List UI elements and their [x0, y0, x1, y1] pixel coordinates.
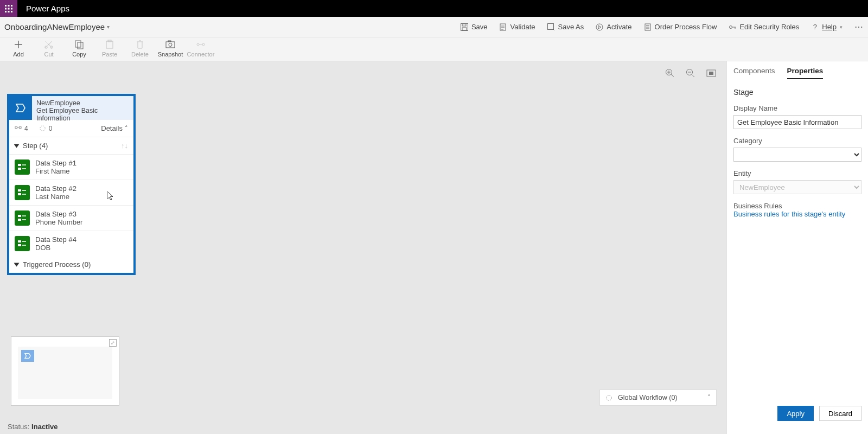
svg-rect-19 — [75, 41, 81, 47]
display-name-label: Display Name — [733, 104, 861, 112]
activate-button[interactable]: Activate — [596, 23, 631, 31]
svg-point-14 — [596, 24, 603, 30]
svg-rect-0 — [5, 5, 7, 7]
entity-label: Entity — [733, 169, 861, 177]
triggered-process-section-header[interactable]: Triggered Process (0) — [9, 256, 133, 273]
validate-icon — [500, 23, 507, 31]
svg-rect-20 — [78, 42, 83, 49]
cut-button: Cut — [34, 40, 64, 58]
business-rules-label: Business Rules — [733, 202, 861, 210]
svg-rect-2 — [11, 5, 12, 7]
discard-button[interactable]: Discard — [819, 406, 861, 421]
svg-rect-4 — [8, 8, 10, 9]
add-button[interactable]: Add — [3, 40, 34, 58]
svg-rect-21 — [106, 41, 113, 48]
copy-icon — [74, 40, 84, 49]
workflow-icon — [605, 394, 612, 401]
svg-rect-35 — [18, 164, 21, 166]
tab-properties[interactable]: Properties — [787, 67, 824, 79]
svg-rect-38 — [18, 193, 21, 195]
step-row[interactable]: Data Step #2 Last Name — [9, 180, 133, 206]
steps-section-header[interactable]: Step (4) ↑↓ — [9, 137, 133, 155]
data-step-icon — [15, 159, 30, 175]
more-actions[interactable]: ⋯ — [854, 22, 864, 32]
paste-icon — [105, 40, 114, 49]
svg-rect-36 — [18, 168, 21, 170]
category-select[interactable] — [733, 148, 861, 162]
svg-rect-37 — [18, 189, 21, 192]
svg-rect-33 — [19, 127, 21, 129]
stage-card[interactable]: NewEmployee Get Employee Basic Informati… — [7, 94, 136, 275]
app-brand-label: Power Apps — [17, 4, 78, 13]
display-name-input[interactable] — [733, 115, 861, 129]
business-rules-link[interactable]: Business rules for this stage's entity — [733, 210, 861, 218]
order-flow-icon — [644, 23, 652, 31]
connector-icon — [196, 40, 206, 49]
tab-components[interactable]: Components — [733, 67, 775, 79]
collapse-triangle-icon — [14, 144, 20, 148]
delete-icon — [135, 40, 145, 49]
step-label: Data Step #1 — [35, 159, 76, 167]
status-bar: Status: Inactive — [8, 423, 58, 431]
zoom-out-button[interactable] — [685, 68, 696, 79]
help-icon: ? — [811, 23, 819, 31]
step-label: Data Step #3 — [35, 210, 82, 218]
order-process-flow-button[interactable]: Order Process Flow — [644, 23, 717, 31]
process-name-dropdown[interactable]: OnboardingANewEmployee ▾ — [4, 22, 110, 31]
stage-entity-label: NewEmployee — [36, 99, 129, 107]
app-launcher[interactable] — [0, 0, 17, 17]
svg-rect-40 — [18, 219, 21, 221]
chevron-up-icon[interactable]: ˄ — [707, 394, 711, 401]
copy-button[interactable]: Copy — [64, 40, 94, 58]
global-workflow-tray[interactable]: Global Workflow (0) ˄ — [599, 390, 717, 406]
step-row[interactable]: Data Step #3 Phone Number — [9, 206, 133, 231]
step-row[interactable]: Data Step #1 First Name — [9, 155, 133, 180]
snapshot-icon — [165, 40, 175, 49]
svg-point-43 — [607, 395, 611, 400]
chevron-up-icon: ˄ — [125, 125, 128, 132]
fit-screen-button[interactable] — [706, 68, 717, 79]
svg-rect-31 — [709, 72, 713, 75]
svg-rect-7 — [8, 11, 10, 12]
svg-rect-41 — [18, 240, 21, 242]
svg-rect-32 — [15, 127, 17, 129]
svg-rect-39 — [18, 215, 21, 217]
svg-rect-3 — [5, 8, 7, 9]
svg-point-34 — [40, 126, 45, 131]
validate-button[interactable]: Validate — [500, 23, 535, 31]
svg-rect-8 — [11, 11, 12, 12]
chevron-down-icon: ▾ — [107, 24, 110, 30]
stage-icon — [9, 96, 32, 120]
save-icon — [461, 23, 468, 31]
chevron-down-icon: ▾ — [840, 24, 843, 30]
svg-rect-42 — [18, 244, 21, 246]
edit-security-roles-button[interactable]: Edit Security Roles — [729, 23, 799, 31]
zoom-in-button[interactable] — [665, 68, 675, 79]
svg-rect-23 — [166, 42, 175, 48]
svg-point-27 — [202, 43, 205, 46]
properties-section-title: Stage — [733, 88, 861, 97]
process-name-label: OnboardingANewEmployee — [4, 22, 105, 31]
minimap[interactable]: ⤢ — [11, 336, 119, 406]
svg-point-16 — [730, 25, 732, 28]
details-toggle[interactable]: Details ˄ — [101, 124, 128, 132]
step-field: Phone Number — [35, 218, 82, 226]
minimap-expand-button[interactable]: ⤢ — [109, 339, 117, 347]
entity-select: NewEmployee — [733, 180, 861, 194]
paste-button: Paste — [94, 40, 125, 58]
help-button[interactable]: ? Help ▾ — [811, 23, 843, 31]
data-step-icon — [15, 210, 30, 226]
connector-button: Connector — [186, 40, 216, 58]
save-as-button[interactable]: Save As — [547, 23, 584, 31]
stage-title-label: Get Employee Basic Information — [36, 107, 129, 122]
step-row[interactable]: Data Step #4 DOB — [9, 231, 133, 256]
add-icon — [14, 40, 23, 49]
step-label: Data Step #2 — [35, 184, 76, 193]
svg-rect-10 — [462, 24, 466, 26]
save-as-icon — [547, 23, 555, 31]
snapshot-button[interactable]: Snapshot — [155, 40, 186, 58]
apply-button[interactable]: Apply — [777, 406, 814, 421]
step-field: DOB — [35, 244, 76, 252]
category-label: Category — [733, 137, 861, 145]
save-button[interactable]: Save — [461, 23, 488, 31]
